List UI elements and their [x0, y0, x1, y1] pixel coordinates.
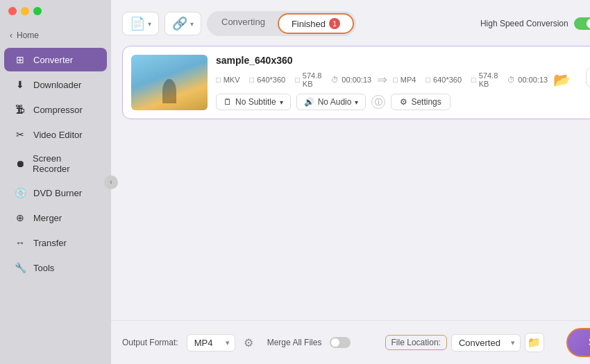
header-right: High Speed Conversion: [480, 17, 590, 30]
target-resolution-icon: □: [425, 76, 430, 84]
close-button[interactable]: [8, 7, 17, 15]
tab-converting-label: Converting: [221, 17, 265, 27]
tab-finished[interactable]: Finished 1: [278, 13, 354, 34]
output-format-select[interactable]: MP4 MKV AVI MOV: [187, 334, 235, 352]
tools-icon: 🔧: [14, 261, 26, 274]
target-format-icon: □: [393, 76, 398, 84]
target-format: □ MP4: [393, 76, 416, 84]
header-left: 📄 ▾ 🔗 ▾ Converting Finished 1: [122, 11, 356, 36]
bottom-bar: Output Format: MP4 MKV AVI MOV ⚙ Merge A…: [111, 320, 590, 364]
sidebar-item-tools[interactable]: 🔧 Tools: [4, 256, 107, 279]
sidebar-item-label: Screen Recorder: [33, 153, 97, 174]
sidebar-item-screen-recorder[interactable]: ⏺ Screen Recorder: [4, 148, 107, 180]
sidebar-item-label: Compressor: [33, 105, 83, 115]
chevron-left-icon: ‹: [10, 31, 12, 40]
tab-finished-label: Finished: [292, 19, 326, 29]
video-editor-icon: ✂: [14, 128, 26, 141]
audio-select[interactable]: 🔊 No Audio ▾: [296, 94, 366, 110]
file-options: 🗒 No Subtitle ▾ 🔊 No Audio ▾ ⓘ ⚙ Setting…: [216, 94, 571, 110]
sidebar-item-video-editor[interactable]: ✂ Video Editor: [4, 123, 107, 146]
target-meta: □ MP4 □ 640*360 □ 574.8 KB ⏱ 00:00:13: [393, 71, 548, 88]
minimize-button[interactable]: [21, 7, 29, 15]
header: 📄 ▾ 🔗 ▾ Converting Finished 1 High Speed…: [122, 11, 590, 36]
add-source-icon: 🔗: [172, 16, 187, 31]
source-duration: ⏱ 00:00:13: [331, 76, 371, 84]
size-icon: □: [295, 76, 300, 84]
format-settings-icon[interactable]: ⚙: [244, 336, 253, 349]
file-location-wrap: File Location: Converted Custom... 📁: [385, 333, 544, 352]
source-size: □ 574.8 KB: [295, 71, 321, 88]
finished-badge: 1: [329, 18, 340, 29]
settings-button[interactable]: ⚙ Settings: [391, 94, 450, 110]
subtitle-chevron-icon: ▾: [280, 98, 283, 106]
filename: sample_640x360: [216, 55, 571, 66]
screen-recorder-icon: ⏺: [14, 157, 26, 170]
file-location-select[interactable]: Converted Custom...: [451, 334, 521, 352]
sidebar-item-dvd-burner[interactable]: 💿 DVD Burner: [4, 181, 107, 205]
sidebar-item-label: Transfer: [33, 238, 67, 248]
sidebar-item-compressor[interactable]: 🗜 Compressor: [4, 98, 107, 121]
audio-icon: 🔊: [304, 97, 314, 107]
duration-icon: ⏱: [331, 76, 339, 84]
sidebar-item-label: Video Editor: [33, 130, 83, 140]
folder-open-icon[interactable]: 📂: [553, 71, 571, 88]
target-duration-icon: ⏱: [507, 76, 515, 84]
add-source-chevron-icon: ▾: [190, 20, 194, 28]
sidebar-item-merger[interactable]: ⊕ Merger: [4, 206, 107, 229]
sidebar-item-label: Merger: [33, 213, 62, 223]
traffic-lights: [8, 7, 42, 15]
transfer-icon: ↔: [14, 236, 26, 249]
location-select-wrap: Converted Custom...: [451, 334, 521, 352]
compressor-icon: 🗜: [14, 103, 26, 116]
sidebar-item-downloader[interactable]: ⬇ Downloader: [4, 73, 107, 96]
home-label: Home: [17, 31, 39, 40]
output-format-select-wrap: MP4 MKV AVI MOV: [187, 334, 235, 352]
convert-button[interactable]: Convert: [586, 67, 590, 87]
settings-gear-icon: ⚙: [400, 97, 407, 107]
merge-toggle[interactable]: [330, 337, 351, 348]
main-content: 👤 🔔 📄 ▾ 🔗 ▾ Converting Finished 1: [111, 0, 590, 364]
collapse-sidebar-button[interactable]: ‹: [104, 175, 118, 189]
start-all-button[interactable]: Start All: [566, 328, 590, 357]
tab-converting[interactable]: Converting: [209, 13, 278, 34]
sidebar-item-label: DVD Burner: [33, 188, 82, 198]
convert-area: Convert Successful: [586, 67, 590, 98]
merger-icon: ⊕: [14, 211, 26, 224]
output-format-label: Output Format:: [122, 338, 178, 347]
high-speed-toggle[interactable]: [574, 17, 590, 30]
source-resolution: □ 640*360: [250, 76, 286, 84]
merge-label: Merge All Files: [267, 338, 322, 347]
arrow-right-icon: ⇒: [377, 72, 387, 87]
maximize-button[interactable]: [33, 7, 42, 15]
file-card: sample_640x360 □ MKV □ 640*360 □ 574.8 K…: [122, 46, 590, 119]
file-meta-row: □ MKV □ 640*360 □ 574.8 KB ⏱ 00:00:13: [216, 71, 571, 88]
sidebar-item-label: Tools: [33, 263, 54, 273]
converter-icon: ⊞: [14, 53, 26, 66]
home-link[interactable]: ‹ Home: [0, 28, 111, 47]
source-meta: □ MKV □ 640*360 □ 574.8 KB ⏱ 00:00:13: [216, 71, 371, 88]
tabs: Converting Finished 1: [207, 11, 356, 36]
target-size-icon: □: [471, 76, 476, 84]
add-source-button[interactable]: 🔗 ▾: [165, 12, 201, 35]
downloader-icon: ⬇: [14, 78, 26, 91]
dvd-burner-icon: 💿: [14, 187, 26, 199]
high-speed-label: High Speed Conversion: [480, 19, 568, 28]
file-info: sample_640x360 □ MKV □ 640*360 □ 574.8 K…: [216, 55, 571, 110]
browse-folder-button[interactable]: 📁: [525, 333, 544, 352]
audio-chevron-icon: ▾: [355, 98, 358, 106]
format-icon: □: [216, 76, 221, 84]
target-duration: ⏱ 00:00:13: [507, 76, 548, 84]
file-thumbnail: [131, 55, 208, 110]
subtitle-select[interactable]: 🗒 No Subtitle ▾: [216, 94, 291, 110]
sidebar-item-label: Downloader: [33, 80, 81, 90]
sidebar-item-transfer[interactable]: ↔ Transfer: [4, 231, 107, 254]
target-resolution: □ 640*360: [425, 76, 462, 84]
sidebar-item-label: Converter: [33, 55, 73, 65]
info-button[interactable]: ⓘ: [371, 95, 385, 109]
subtitle-icon: 🗒: [224, 97, 232, 107]
add-file-button[interactable]: 📄 ▾: [122, 12, 159, 35]
target-size: □ 574.8 KB: [471, 71, 498, 88]
resolution-icon: □: [250, 76, 255, 84]
sidebar-item-converter[interactable]: ⊞ Converter: [4, 48, 107, 71]
sidebar: ‹ Home ⊞ Converter ⬇ Downloader 🗜 Compre…: [0, 0, 111, 364]
